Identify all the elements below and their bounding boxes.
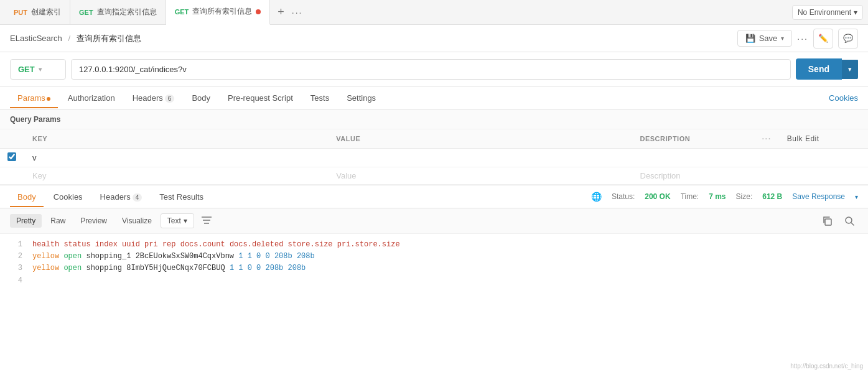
tab-params[interactable]: Params xyxy=(10,88,58,108)
resp-tab-cookies[interactable]: Cookies xyxy=(46,187,90,207)
edit-icon-button[interactable]: ✏️ xyxy=(813,29,833,49)
bulk-edit-button[interactable]: Bulk Edit xyxy=(787,134,819,143)
line-number-3: 3 xyxy=(10,263,22,274)
table-placeholder-row: Key Value Description xyxy=(0,167,868,185)
breadcrumb-bar: ELasticSearch / 查询所有索引信息 💾 Save ▾ ··· ✏️… xyxy=(0,25,868,52)
breadcrumb: ELasticSearch / 查询所有索引信息 xyxy=(10,33,141,44)
format-chevron-icon: ▾ xyxy=(184,216,187,225)
save-response-button[interactable]: Save Response xyxy=(792,192,845,201)
send-dropdown-button[interactable]: ▾ xyxy=(842,60,858,79)
send-button-group: Send ▾ xyxy=(796,58,858,80)
save-response-chevron-icon[interactable]: ▾ xyxy=(855,193,858,200)
code-line-1: 1 health status index uuid pri rep docs.… xyxy=(10,239,858,251)
code-token-size2: 208b xyxy=(266,264,284,272)
time-label: Time: xyxy=(681,192,699,201)
row-checkbox-cell[interactable] xyxy=(0,149,25,167)
method-label-put: PUT xyxy=(14,9,27,16)
tab-headers[interactable]: Headers6 xyxy=(125,88,182,108)
new-tab-button[interactable]: + xyxy=(278,6,284,19)
tab-pre-request-script[interactable]: Pre-request Script xyxy=(220,88,301,108)
method-selector[interactable]: GET ▾ xyxy=(10,59,66,80)
save-chevron-icon: ▾ xyxy=(781,35,784,42)
tab-put-create-index[interactable]: PUT 创建索引 xyxy=(5,0,70,25)
code-content-3: yellow open shopping 8ImbY5HjQueCNqx70FC… xyxy=(32,263,858,274)
resp-tab-body-label: Body xyxy=(17,192,36,202)
tab-more-button[interactable]: ··· xyxy=(292,7,303,17)
edit-icon: ✏️ xyxy=(818,34,828,43)
tab-pre-request-label: Pre-request Script xyxy=(228,93,293,103)
cookies-link[interactable]: Cookies xyxy=(829,93,858,103)
tab-label-get2: 查询所有索引信息 xyxy=(192,6,252,17)
tab-body[interactable]: Body xyxy=(184,88,218,108)
fmt-tab-pretty[interactable]: Pretty xyxy=(10,214,42,228)
breadcrumb-parent[interactable]: ELasticSearch xyxy=(10,34,62,43)
url-bar: GET ▾ Send ▾ xyxy=(0,52,868,86)
row-value-cell[interactable] xyxy=(329,149,632,167)
query-params-label: Query Params xyxy=(10,115,60,124)
resp-tab-headers[interactable]: Headers4 xyxy=(93,187,150,207)
headers-badge: 6 xyxy=(165,95,175,103)
line-number-2: 2 xyxy=(10,251,22,263)
tab-settings[interactable]: Settings xyxy=(339,88,383,108)
tab-bar: PUT 创建索引 GET 查询指定索引信息 GET 查询所有索引信息 + ···… xyxy=(0,0,868,25)
tab-authorization-label: Authorization xyxy=(68,93,115,103)
globe-icon[interactable]: 🌐 xyxy=(591,192,602,202)
tab-get-all-indices[interactable]: GET 查询所有索引信息 xyxy=(166,0,271,25)
tab-actions: + ··· xyxy=(270,6,310,19)
placeholder-desc-cell[interactable]: Description xyxy=(633,167,755,185)
row-key-cell[interactable]: v xyxy=(25,149,329,167)
save-icon: 💾 xyxy=(745,34,755,43)
tab-authorization[interactable]: Authorization xyxy=(60,88,123,108)
url-input[interactable] xyxy=(71,59,791,80)
placeholder-check-cell xyxy=(0,167,25,185)
code-token-index: index xyxy=(95,240,118,249)
save-button[interactable]: 💾 Save ▾ xyxy=(737,30,793,47)
fmt-tab-raw[interactable]: Raw xyxy=(44,214,72,228)
tab-get-specific-index[interactable]: GET 查询指定索引信息 xyxy=(70,0,166,25)
code-token-yellow2: yellow xyxy=(32,264,59,272)
format-actions xyxy=(818,212,858,230)
send-main-button[interactable]: Send xyxy=(796,58,842,80)
query-params-section-header: Query Params xyxy=(0,110,868,129)
format-type-selector[interactable]: Text ▾ xyxy=(161,213,194,228)
fmt-tab-visualize[interactable]: Visualize xyxy=(116,214,158,228)
resp-tab-body[interactable]: Body xyxy=(10,187,44,207)
tab-body-label: Body xyxy=(192,93,210,103)
method-label-get1: GET xyxy=(79,9,93,16)
tab-active-dot xyxy=(256,9,261,14)
tab-tests-label: Tests xyxy=(310,93,329,103)
comment-icon-button[interactable]: 💬 xyxy=(838,29,858,49)
method-label-get2: GET xyxy=(175,8,189,16)
placeholder-value-cell[interactable]: Value xyxy=(329,167,632,185)
code-token-rep: rep xyxy=(162,240,176,249)
time-value: 7 ms xyxy=(709,192,726,201)
col-header-description: DESCRIPTION xyxy=(633,129,755,149)
code-content-4 xyxy=(32,275,858,287)
row-key-value: v xyxy=(32,153,37,162)
environment-selector[interactable]: No Environment ▾ xyxy=(792,5,863,20)
filter-icon[interactable] xyxy=(197,213,217,229)
resp-tab-test-results[interactable]: Test Results xyxy=(152,187,211,207)
resp-tab-cookies-label: Cookies xyxy=(54,192,83,202)
row-extra-cell xyxy=(780,149,868,167)
code-token-count2: 0 xyxy=(248,264,252,272)
search-button[interactable] xyxy=(841,212,858,230)
comment-icon: 💬 xyxy=(843,34,853,43)
more-options-button[interactable]: ··· xyxy=(797,34,808,44)
table-more-icon[interactable]: ··· xyxy=(762,135,772,142)
placeholder-key-cell[interactable]: Key xyxy=(25,167,329,185)
request-tabs: Params Authorization Headers6 Body Pre-r… xyxy=(0,86,868,110)
response-code-output: 1 health status index uuid pri rep docs.… xyxy=(0,234,868,292)
svg-line-5 xyxy=(851,223,854,225)
code-token-docs-count: docs.count xyxy=(180,240,225,249)
params-table: KEY VALUE DESCRIPTION ··· Bulk Edit v xyxy=(0,129,868,185)
tab-tests[interactable]: Tests xyxy=(303,88,337,108)
row-checkbox[interactable] xyxy=(7,152,16,161)
status-value: 200 OK xyxy=(645,192,670,201)
fmt-tab-preview[interactable]: Preview xyxy=(74,214,113,228)
row-desc-cell[interactable] xyxy=(633,149,755,167)
code-line-3: 3 yellow open shopping 8ImbY5HjQueCNqx70… xyxy=(10,263,858,274)
col-header-bulk-edit[interactable]: Bulk Edit xyxy=(780,129,868,149)
response-status-area: 🌐 Status: 200 OK Time: 7 ms Size: 612 B … xyxy=(591,192,858,202)
copy-button[interactable] xyxy=(818,212,836,230)
